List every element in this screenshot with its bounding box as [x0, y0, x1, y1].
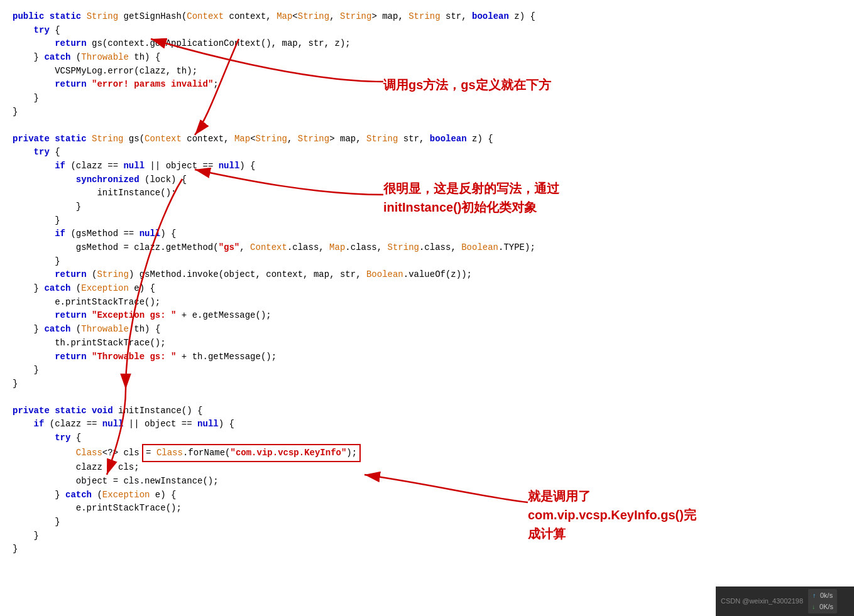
code-line-33: object = cls.newInstance(); [13, 475, 841, 489]
code-line-12: synchronized (lock) { [13, 173, 841, 187]
code-line-18: } [13, 255, 841, 269]
code-line-32: clazz = cls; [13, 461, 841, 475]
code-line-27: } [13, 377, 841, 391]
code-line-3: return gs(context.getApplicationContext(… [13, 37, 841, 51]
code-line-25: return "Throwable gs: " + th.getMessage(… [13, 350, 841, 364]
code-line-6: return "error! params invalid"; [13, 78, 841, 92]
code-line-20: } catch (Exception e) { [13, 282, 841, 296]
code-line-29: if (clazz == null || object == null) { [13, 418, 841, 431]
csdn-credit: CSDN @weixin_43002198 [721, 596, 803, 607]
code-line-24: th.printStackTrace(); [13, 337, 841, 350]
speed-widget: ↑ 0k/s ↓ 0K/s [808, 589, 837, 613]
code-line-2: try { [13, 24, 841, 38]
code-line-14: } [13, 200, 841, 214]
code-container: public static String getSignHash(Context… [0, 0, 854, 616]
arrow-down-icon: ↓ 0K/s [812, 602, 833, 613]
code-line-31: Class<?> cls = Class.forName("com.vip.vc… [13, 445, 841, 462]
code-line-35: e.printStackTrace(); [13, 502, 841, 516]
code-line-16: if (gsMethod == null) { [13, 227, 841, 241]
bottom-bar: CSDN @weixin_43002198 ↑ 0k/s ↓ 0K/s [716, 586, 854, 616]
code-line-9: private static String gs(Context context… [13, 132, 841, 146]
code-line-38: } [13, 543, 841, 556]
code-line-37: } [13, 529, 841, 543]
code-line-15: } [13, 214, 841, 228]
code-line-13: initInstance(); [13, 186, 841, 200]
code-line-11: if (clazz == null || object == null) { [13, 159, 841, 173]
code-line-34: } catch (Exception e) { [13, 489, 841, 502]
code-line-8: } [13, 105, 841, 119]
code-line-26: } [13, 364, 841, 377]
code-line-23: } catch (Throwable th) { [13, 323, 841, 337]
arrow-up-icon: ↑ 0k/s [813, 590, 833, 602]
code-line-10: try { [13, 146, 841, 159]
code-line-21: e.printStackTrace(); [13, 296, 841, 310]
code-line-30: try { [13, 431, 841, 445]
code-line-4: } catch (Throwable th) { [13, 51, 841, 65]
code-line-28: private static void initInstance() { [13, 404, 841, 418]
code-line-17: gsMethod = clazz.getMethod("gs", Context… [13, 241, 841, 255]
code-line-blank2 [13, 391, 841, 404]
code-line-19: return (String) gsMethod.invoke(object, … [13, 268, 841, 282]
code-line-1: public static String getSignHash(Context… [13, 10, 841, 24]
code-line-7: } [13, 92, 841, 105]
code-line-5: VCSPMyLog.error(clazz, th); [13, 65, 841, 78]
code-line-22: return "Exception gs: " + e.getMessage()… [13, 309, 841, 323]
code-line-blank1 [13, 119, 841, 132]
code-line-36: } [13, 516, 841, 529]
